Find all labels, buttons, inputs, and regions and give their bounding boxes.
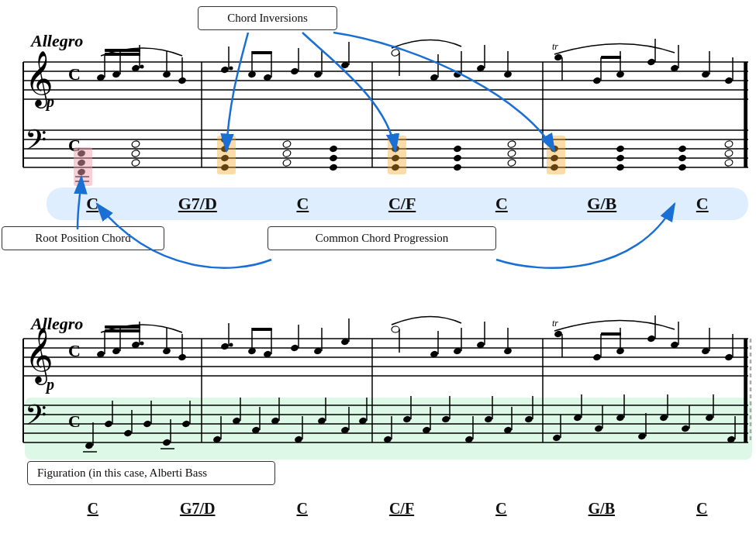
svg-point-92	[550, 154, 559, 163]
svg-point-179	[592, 353, 602, 362]
svg-point-143	[131, 341, 140, 349]
bottom-section: 𝄞 𝄢 C C	[0, 283, 756, 544]
svg-point-184	[647, 335, 656, 343]
svg-point-71	[724, 77, 734, 85]
svg-point-36	[247, 71, 257, 79]
svg-point-176	[554, 330, 563, 339]
svg-point-53	[476, 64, 485, 73]
chord-bar-bottom: C G7/D C C/F C G/B C	[47, 492, 748, 525]
svg-point-87	[391, 145, 400, 153]
svg-point-26	[140, 65, 144, 69]
svg-point-75	[77, 150, 86, 158]
svg-point-111	[724, 140, 734, 149]
svg-rect-159	[252, 328, 272, 331]
svg-point-168	[430, 350, 439, 359]
svg-point-188	[701, 347, 710, 356]
svg-point-166	[392, 326, 399, 332]
svg-point-82	[329, 164, 338, 172]
svg-point-110	[724, 150, 734, 158]
dynamic-p-bottom: p	[47, 376, 54, 394]
chord-inversions-label: Chord Inversions	[198, 6, 337, 30]
svg-text:C: C	[68, 136, 81, 155]
svg-point-139	[96, 350, 105, 359]
svg-point-45	[340, 61, 350, 70]
svg-rect-113	[388, 136, 406, 174]
svg-point-51	[453, 71, 462, 79]
svg-point-170	[453, 347, 462, 356]
svg-point-154	[230, 343, 233, 347]
svg-point-152	[220, 343, 230, 351]
svg-point-69	[701, 71, 710, 79]
chord-c3: C	[495, 194, 508, 214]
svg-point-55	[503, 71, 513, 79]
svg-point-162	[313, 347, 323, 356]
svg-point-91	[550, 164, 559, 172]
svg-rect-28	[105, 49, 140, 52]
svg-point-145	[140, 342, 144, 346]
svg-rect-146	[105, 329, 140, 332]
chord-c4: C	[696, 194, 709, 214]
svg-point-101	[131, 150, 140, 158]
svg-point-104	[282, 150, 292, 158]
svg-point-94	[616, 164, 625, 172]
chord-bar-top: C G7/D C C/F C G/B C	[47, 188, 748, 220]
chord-gb: G/B	[587, 194, 616, 214]
svg-point-43	[313, 71, 323, 79]
svg-point-164	[340, 338, 350, 346]
svg-point-84	[329, 145, 338, 153]
svg-point-98	[678, 154, 687, 163]
root-position-label: Root Position Chord	[2, 226, 164, 250]
svg-point-141	[112, 347, 121, 356]
dynamic-p-top: p	[47, 93, 54, 111]
svg-point-38	[263, 74, 272, 82]
svg-point-96	[616, 145, 625, 153]
svg-point-86	[391, 154, 400, 163]
svg-point-186	[670, 341, 679, 349]
svg-rect-115	[74, 147, 92, 186]
svg-point-47	[391, 49, 400, 57]
b-chord-cf: C/F	[389, 500, 414, 518]
svg-point-79	[220, 154, 230, 163]
svg-point-81	[220, 136, 230, 144]
top-staff-svg: 𝄞 𝄢 C C	[0, 0, 756, 186]
top-section: 𝄞 𝄢 C C	[0, 0, 756, 283]
svg-point-95	[616, 154, 625, 163]
svg-point-74	[77, 159, 86, 167]
svg-point-65	[647, 58, 656, 67]
b-chord-c2: C	[296, 500, 307, 518]
b-chord-gb: G/B	[589, 500, 615, 518]
svg-point-106	[507, 159, 516, 167]
svg-point-103	[282, 159, 292, 167]
svg-rect-112	[217, 136, 236, 174]
chord-c2: C	[296, 194, 309, 214]
svg-point-85	[391, 164, 400, 172]
svg-point-29	[162, 71, 171, 79]
svg-point-181	[616, 347, 625, 356]
svg-point-90	[453, 145, 462, 153]
allegro-label-top: Allegro	[31, 31, 83, 51]
svg-point-148	[162, 347, 171, 356]
svg-point-172	[476, 341, 485, 349]
b-chord-g7d: G7/D	[180, 500, 216, 518]
svg-point-49	[430, 74, 439, 82]
svg-point-100	[131, 159, 140, 167]
svg-point-78	[220, 164, 230, 172]
svg-point-190	[724, 353, 734, 362]
b-chord-c4: C	[696, 500, 707, 518]
svg-point-80	[220, 145, 230, 153]
svg-point-174	[503, 347, 513, 356]
svg-point-20	[96, 74, 105, 82]
svg-point-33	[220, 66, 230, 74]
svg-text:tr: tr	[552, 41, 558, 52]
chord-cf: C/F	[388, 194, 416, 214]
alberti-highlight	[25, 398, 752, 460]
svg-point-24	[131, 64, 140, 73]
svg-point-160	[290, 344, 299, 353]
svg-point-109	[724, 159, 734, 167]
svg-point-105	[282, 140, 292, 149]
figuration-label: Figuration (in this case, Alberti Bass	[27, 461, 275, 485]
svg-point-41	[290, 67, 299, 76]
svg-point-31	[178, 77, 187, 85]
svg-point-93	[550, 145, 559, 153]
svg-point-35	[230, 67, 233, 71]
